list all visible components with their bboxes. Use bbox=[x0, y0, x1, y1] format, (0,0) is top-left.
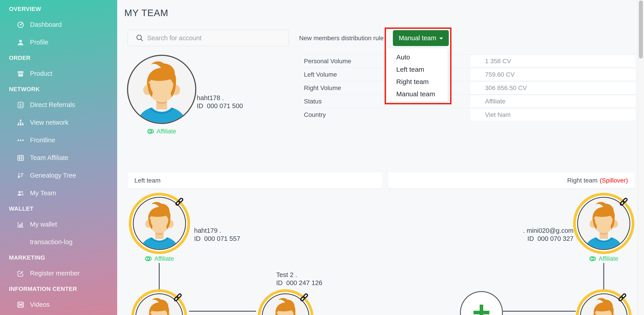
affiliate-rings-icon bbox=[145, 255, 152, 262]
sidebar-item-label: Dashboard bbox=[30, 21, 62, 28]
tree-node-left-child-1[interactable] bbox=[131, 289, 187, 315]
left-team-title: Left team bbox=[134, 177, 160, 184]
sidebar-item-my-wallet[interactable]: My wallet bbox=[0, 216, 117, 233]
link-icon bbox=[619, 197, 628, 207]
affiliate-rings-icon bbox=[147, 128, 154, 135]
sidebar-item-transaction-log[interactable]: transaction-log bbox=[0, 233, 117, 251]
badge-label: Affiliate bbox=[156, 128, 176, 135]
distribution-selected-value: Manual team bbox=[399, 34, 436, 42]
box-icon bbox=[16, 70, 24, 78]
affiliate-rings-icon bbox=[589, 255, 596, 262]
edit-square-icon bbox=[16, 270, 24, 278]
link-icon bbox=[618, 293, 627, 302]
sidebar-item-team-affiliate[interactable]: Team Affiliate bbox=[0, 149, 117, 167]
member-id: ID 000 070 327 bbox=[484, 235, 574, 243]
sidebar-item-view-network[interactable]: View network bbox=[0, 114, 117, 131]
tree-node-left-root[interactable] bbox=[129, 193, 190, 254]
sidebar: OVERVIEW Dashboard Profile ORDER Product… bbox=[0, 0, 117, 315]
sidebar-item-direct-referrals[interactable]: Direct Referrals bbox=[0, 96, 117, 114]
sidebar-item-genealogy-tree[interactable]: Genealogy Tree bbox=[0, 167, 117, 184]
tree-node-right-child[interactable] bbox=[576, 289, 632, 315]
users-icon bbox=[16, 189, 24, 197]
table-row: Right Volume 306 856.50 CV bbox=[303, 81, 636, 94]
search-box bbox=[128, 30, 289, 46]
menu-option-manual-team[interactable]: Manual team bbox=[387, 88, 448, 100]
scrollbar-thumb[interactable] bbox=[639, 0, 643, 58]
sidebar-item-dashboard[interactable]: Dashboard bbox=[0, 16, 117, 33]
sidebar-section-information-center: INFORMATION CENTER bbox=[0, 282, 117, 296]
plus-icon bbox=[470, 301, 492, 315]
user-icon bbox=[16, 38, 24, 46]
sidebar-section-marketing: MARKETING bbox=[0, 251, 117, 265]
member-id: ID 000 071 557 bbox=[194, 235, 240, 243]
row-value: Affiliate bbox=[471, 95, 635, 107]
row-value: 759.60 CV bbox=[471, 69, 635, 80]
menu-option-left-team[interactable]: Left team bbox=[387, 63, 448, 75]
row-value: 306 856.50 CV bbox=[471, 82, 635, 94]
sidebar-section-order: ORDER bbox=[0, 51, 117, 65]
caret-down-icon bbox=[440, 37, 443, 39]
member-name: haht179 . bbox=[194, 227, 240, 235]
member-status-badge: Affiliate bbox=[573, 255, 634, 262]
distribution-rule-label: New members distribution rule bbox=[298, 34, 384, 42]
sidebar-item-videos[interactable]: Videos bbox=[0, 296, 117, 314]
tree-node-right-root[interactable] bbox=[573, 193, 634, 254]
account-name: haht178 . bbox=[197, 94, 243, 102]
sidebar-section-network: NETWORK bbox=[0, 82, 117, 96]
right-team-title: Right team bbox=[567, 177, 598, 184]
sidebar-item-documents[interactable]: Documents bbox=[0, 314, 117, 315]
no-icon bbox=[16, 238, 24, 246]
member-name: . mini020@g.com bbox=[484, 227, 574, 235]
sidebar-section-wallet: WALLET bbox=[0, 202, 117, 216]
menu-option-auto[interactable]: Auto bbox=[387, 51, 448, 63]
tree-node-left-child-2[interactable] bbox=[258, 289, 314, 315]
account-status-badge: Affiliate bbox=[127, 128, 196, 135]
page-title: MY TEAM bbox=[124, 7, 168, 18]
table-row: Status Affiliate bbox=[303, 94, 636, 108]
link-icon bbox=[174, 197, 184, 207]
account-avatar[interactable] bbox=[127, 55, 196, 124]
sidebar-item-label: Frontline bbox=[30, 136, 55, 144]
member-name: Test 2 . bbox=[276, 271, 322, 279]
gauge-icon bbox=[16, 21, 24, 29]
ellipsis-icon bbox=[16, 136, 24, 144]
scrollbar-track bbox=[638, 0, 644, 315]
account-id: ID 000 071 500 bbox=[197, 102, 243, 110]
account-name-label: haht178 . ID 000 071 500 bbox=[197, 94, 243, 110]
table-row: Left Volume 759.60 CV bbox=[303, 68, 636, 81]
table-row: Country Viet Nam bbox=[303, 108, 636, 121]
sitemap-icon bbox=[16, 119, 24, 127]
badge-label: Affiliate bbox=[598, 255, 618, 262]
distribution-rule-menu: Auto Left team Right team Manual team bbox=[386, 48, 448, 102]
row-value: 1 358 CV bbox=[471, 55, 635, 67]
sidebar-item-label: View network bbox=[30, 119, 68, 126]
sidebar-item-label: Product bbox=[30, 70, 52, 77]
sidebar-item-label: transaction-log bbox=[30, 238, 72, 246]
left-team-header: Left team bbox=[128, 172, 382, 189]
search-input[interactable] bbox=[147, 34, 284, 42]
sidebar-item-my-team[interactable]: My Team bbox=[0, 184, 117, 202]
badge-label: Affiliate bbox=[154, 255, 174, 262]
sidebar-item-label: Videos bbox=[30, 301, 50, 308]
distribution-rule-dropdown-button[interactable]: Manual team bbox=[393, 30, 449, 46]
bar-chart-icon bbox=[16, 221, 24, 229]
sidebar-item-product[interactable]: Product bbox=[0, 65, 117, 82]
sidebar-item-profile[interactable]: Profile bbox=[0, 33, 117, 51]
sidebar-item-label: My wallet bbox=[30, 221, 57, 228]
row-value: Viet Nam bbox=[471, 109, 635, 121]
search-icon bbox=[136, 34, 144, 42]
sidebar-section-overview: OVERVIEW bbox=[0, 2, 117, 16]
member-id: ID 000 247 126 bbox=[276, 279, 322, 287]
sidebar-item-register-member[interactable]: Register member bbox=[0, 265, 117, 282]
right-team-header: Right team (Spillover) bbox=[388, 172, 635, 189]
link-icon bbox=[299, 293, 309, 302]
menu-option-right-team[interactable]: Right team bbox=[387, 75, 448, 88]
sidebar-item-label: Direct Referrals bbox=[30, 101, 75, 109]
sort-tree-icon bbox=[16, 172, 24, 180]
add-member-button[interactable] bbox=[460, 291, 503, 315]
sidebar-item-label: Team Affiliate bbox=[30, 154, 68, 162]
sidebar-item-label: Profile bbox=[30, 39, 48, 46]
sidebar-item-frontline[interactable]: Frontline bbox=[0, 131, 117, 149]
tree-connector-line bbox=[503, 311, 576, 312]
tree-node-label: Test 2 . ID 000 247 126 bbox=[276, 271, 322, 287]
